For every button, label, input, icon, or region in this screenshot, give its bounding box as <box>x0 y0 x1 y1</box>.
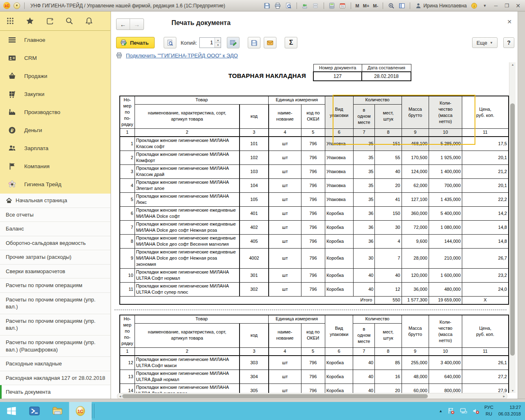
powershell-taskbar-button[interactable] <box>23 402 46 420</box>
table-cell[interactable]: 103 <box>240 165 269 179</box>
table-cell[interactable]: 28,000 <box>402 249 429 269</box>
column-header[interactable]: мест, штук <box>375 323 402 347</box>
table-cell[interactable]: 480,000 <box>429 283 462 297</box>
table-cell[interactable]: шт <box>269 221 301 235</box>
table-cell[interactable]: 796 <box>301 165 325 179</box>
column-number[interactable]: 4 <box>269 348 301 356</box>
memory-m-minus-button[interactable]: М- <box>373 3 378 8</box>
table-cell[interactable]: 1 600,000 <box>429 269 462 283</box>
print-preview-icon[interactable] <box>285 2 292 9</box>
favorites-star-icon[interactable] <box>26 17 34 25</box>
column-number[interactable]: 8 <box>375 348 402 356</box>
doc-number-value[interactable]: 127 <box>313 72 362 81</box>
scroll-right-icon[interactable]: ► <box>502 395 506 398</box>
table-cell[interactable]: Коробка <box>325 235 353 249</box>
column-header[interactable]: наиме- нование <box>269 323 301 347</box>
table-cell[interactable]: 170,500 <box>402 151 429 165</box>
table-cell[interactable]: 796 <box>301 283 325 297</box>
table-cell[interactable]: 21,2 <box>462 165 509 179</box>
column-header[interactable]: Масса брутто <box>402 96 429 129</box>
table-cell[interactable]: 360,000 <box>402 207 429 221</box>
table-cell[interactable]: 27,2 <box>462 370 509 384</box>
table-cell[interactable]: 85 <box>375 356 402 370</box>
table-cell[interactable]: 796 <box>301 221 325 235</box>
vertical-scroll-thumb[interactable] <box>510 103 515 356</box>
sidebar-section-закупки[interactable]: Закупки <box>0 85 110 103</box>
network-icon[interactable] <box>460 407 467 415</box>
table-cell[interactable]: шт <box>269 356 301 370</box>
preview-button[interactable] <box>164 37 176 48</box>
nav-item[interactable]: Расчеты по прочим операциям (упр. вал.) <box>0 314 110 336</box>
table-cell[interactable]: 303 <box>240 356 268 370</box>
sidebar-section-компания[interactable]: Компания <box>0 157 110 175</box>
table-cell[interactable]: шт <box>269 283 301 297</box>
column-header[interactable]: в одном месте <box>353 104 375 128</box>
table-cell[interactable]: Коробка <box>325 221 353 235</box>
table-cell[interactable]: 127,100 <box>402 193 429 207</box>
nav-item[interactable]: Баланс <box>0 222 110 236</box>
column-header[interactable]: Но- мер по по- рядку <box>120 315 135 348</box>
table-cell[interactable]: 40 <box>353 269 375 283</box>
nav-item[interactable]: Расчеты по прочим операциям (упр. вал.) <box>0 293 110 314</box>
table-cell[interactable]: 7 <box>120 221 135 235</box>
table-cell[interactable]: 36 <box>353 207 375 221</box>
sum-button[interactable]: Σ <box>285 37 297 48</box>
table-cell[interactable]: 13 <box>120 370 135 384</box>
column-header[interactable]: Масса брутто <box>402 315 429 348</box>
column-header[interactable]: код <box>240 104 269 128</box>
table-cell[interactable]: Коробка <box>325 269 353 283</box>
table-cell[interactable]: 14,2 <box>462 207 509 221</box>
table-cell[interactable]: 468,100 <box>402 137 429 151</box>
edo-connect-link[interactable]: Подключить ""ГИГИЕНА-ТРЕЙД ООО" к ЭДО <box>126 52 238 59</box>
column-header[interactable]: Единица измерения <box>269 315 325 323</box>
table-cell[interactable]: 62,000 <box>402 179 429 193</box>
table-cell[interactable]: 35 <box>353 137 375 151</box>
table-cell[interactable]: 12 <box>120 356 135 370</box>
table-cell[interactable]: Прокладки женские гигиенические МИЛАНА К… <box>135 137 240 151</box>
table-cell[interactable]: Прокладки женские гигиенические ежедневн… <box>135 207 240 221</box>
table-cell[interactable]: 1 435,000 <box>429 193 462 207</box>
table-cell[interactable]: шт <box>269 165 301 179</box>
column-number[interactable]: 6 <box>325 348 353 356</box>
column-header[interactable]: мест, штук <box>375 104 402 128</box>
scroll-down-icon[interactable]: ▼ <box>509 389 516 392</box>
table-cell[interactable]: 30 <box>375 221 402 235</box>
1c-taskbar-button[interactable]: 1С <box>69 402 92 420</box>
table-cell[interactable]: Упаковка <box>325 165 353 179</box>
info-icon[interactable]: i <box>470 2 477 9</box>
totals-price[interactable]: X <box>462 297 509 305</box>
nav-item[interactable]: Расходные накладные <box>0 357 110 371</box>
scroll-left-icon[interactable]: ◄ <box>119 395 122 398</box>
apps-grid-icon[interactable] <box>6 17 14 25</box>
column-number[interactable]: 2 <box>135 348 240 356</box>
table-cell[interactable]: 796 <box>301 151 325 165</box>
table-cell[interactable]: 796 <box>301 235 325 249</box>
column-number[interactable]: 5 <box>301 129 325 137</box>
table-cell[interactable]: Коробка <box>325 207 353 221</box>
current-user[interactable]: Ирина Николаевна <box>415 2 467 9</box>
nav-item[interactable]: Прочие затраты (расходы) <box>0 250 110 265</box>
table-cell[interactable]: 40 <box>375 269 402 283</box>
column-header[interactable]: Вид упаковки <box>325 315 353 348</box>
table-cell[interactable]: Прокладки женские гигиенические МИЛАНА U… <box>135 384 240 393</box>
column-number[interactable]: 9 <box>402 348 429 356</box>
table-cell[interactable]: 405 <box>240 235 269 249</box>
start-button[interactable] <box>0 402 23 420</box>
sidebar-section-деньги[interactable]: ₽Деньги <box>0 121 110 139</box>
column-number[interactable]: 2 <box>135 129 240 137</box>
language-indicator[interactable]: РУС RU <box>484 404 493 418</box>
column-header[interactable]: Цена, руб. коп. <box>462 96 509 129</box>
column-number[interactable]: 1 <box>120 348 135 356</box>
column-header[interactable]: в одном месте <box>353 323 375 347</box>
table-cell[interactable]: 20,1 <box>462 179 509 193</box>
table-cell[interactable]: 55 <box>375 151 402 165</box>
sidebar-section-зарплата[interactable]: Зарплата <box>0 139 110 157</box>
action-center-flag-icon[interactable] <box>447 407 455 415</box>
column-number[interactable]: 10 <box>429 348 462 356</box>
table-cell[interactable]: 40 <box>353 283 375 297</box>
nav-item[interactable]: Расчеты по прочим операциям (упр. вал.) … <box>0 336 110 357</box>
sidebar-section-главное[interactable]: Главное <box>0 31 110 49</box>
copies-spin-arrows[interactable]: ▲▼ <box>215 38 221 48</box>
column-header[interactable]: код по ОКЕИ <box>301 323 325 347</box>
table-cell[interactable]: 796 <box>301 137 325 151</box>
